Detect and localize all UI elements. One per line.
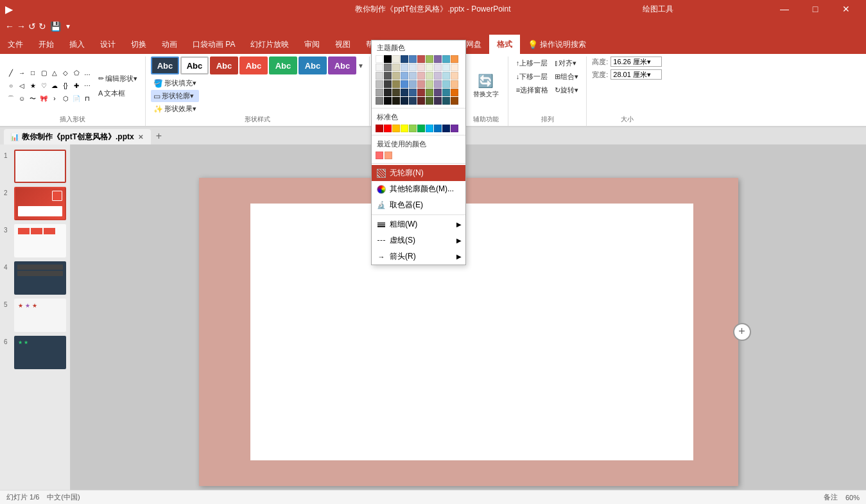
theme-color-swatch[interactable] bbox=[442, 55, 450, 63]
content-box[interactable] bbox=[250, 204, 693, 460]
std-color-5[interactable] bbox=[409, 125, 417, 132]
theme-color-swatch[interactable] bbox=[401, 55, 408, 63]
tab-file[interactable]: 文件 bbox=[0, 35, 31, 54]
theme-color-swatch[interactable] bbox=[451, 72, 458, 80]
shape-style-6[interactable]: Abc bbox=[299, 56, 327, 74]
std-color-2[interactable] bbox=[384, 125, 392, 132]
theme-color-swatch[interactable] bbox=[392, 80, 400, 88]
theme-color-swatch[interactable] bbox=[442, 80, 450, 88]
theme-color-swatch[interactable] bbox=[417, 89, 425, 96]
file-tab-0[interactable]: 📊 教你制作《pptT创意风格》.pptx ✕ bbox=[4, 129, 151, 144]
theme-color-swatch[interactable] bbox=[451, 97, 458, 105]
replace-text-button[interactable]: 🔄 替换文字 bbox=[469, 67, 503, 105]
shape-cross[interactable]: ✚ bbox=[71, 80, 82, 92]
theme-color-swatch[interactable] bbox=[451, 55, 458, 63]
theme-color-swatch[interactable] bbox=[384, 80, 392, 88]
selection-pane-button[interactable]: ≡ 选择窗格 bbox=[514, 83, 551, 96]
maximize-button[interactable]: □ bbox=[801, 0, 830, 18]
slide-thumb-4[interactable]: 4 bbox=[4, 261, 66, 295]
theme-color-swatch[interactable] bbox=[442, 97, 450, 105]
std-color-7[interactable] bbox=[426, 125, 433, 132]
theme-color-swatch[interactable] bbox=[376, 80, 383, 88]
shape-style-5[interactable]: Abc bbox=[269, 56, 297, 74]
shape-cloud[interactable]: ☁ bbox=[49, 80, 60, 92]
shape-star[interactable]: ★ bbox=[27, 80, 39, 92]
theme-color-swatch[interactable] bbox=[417, 97, 425, 105]
shape-fill-button[interactable]: 🪣 形状填充▾ bbox=[151, 77, 199, 89]
theme-color-swatch[interactable] bbox=[401, 89, 408, 96]
theme-color-swatch[interactable] bbox=[376, 89, 383, 96]
theme-color-swatch[interactable] bbox=[434, 55, 442, 63]
shape-triangle[interactable]: △ bbox=[49, 67, 60, 79]
shape-style-7[interactable]: Abc bbox=[328, 56, 356, 74]
std-color-9[interactable] bbox=[442, 125, 450, 132]
width-input[interactable] bbox=[611, 69, 662, 80]
qa-undo-button[interactable]: ↺ bbox=[28, 21, 36, 31]
recent-color-2[interactable] bbox=[385, 152, 392, 159]
theme-color-swatch[interactable] bbox=[401, 64, 408, 71]
dashes-item[interactable]: 虚线(S) ▶ bbox=[372, 232, 465, 248]
shape-styles-scroll-down[interactable]: ▼ bbox=[358, 62, 364, 69]
theme-color-swatch[interactable] bbox=[426, 64, 433, 71]
shape-heart[interactable]: ♡ bbox=[38, 80, 49, 92]
shape-tab[interactable]: ⊓ bbox=[82, 93, 93, 105]
tab-pa[interactable]: 口袋动画 PA bbox=[185, 35, 243, 54]
theme-color-swatch[interactable] bbox=[442, 64, 450, 71]
close-button[interactable]: ✕ bbox=[831, 0, 861, 18]
theme-color-swatch[interactable] bbox=[426, 72, 433, 80]
slide-thumb-3[interactable]: 3 bbox=[4, 224, 66, 257]
theme-color-swatch[interactable] bbox=[392, 55, 400, 63]
theme-color-swatch[interactable] bbox=[401, 72, 408, 80]
std-color-6[interactable] bbox=[417, 125, 425, 132]
slide-thumb-1[interactable]: 1 bbox=[4, 150, 66, 183]
std-color-3[interactable] bbox=[392, 125, 400, 132]
theme-color-swatch[interactable] bbox=[426, 89, 433, 96]
add-element-button[interactable]: + bbox=[733, 323, 751, 341]
shape-bracket[interactable]: {} bbox=[60, 80, 71, 92]
slide-thumb-2[interactable]: 2 bbox=[4, 187, 66, 220]
theme-color-swatch[interactable] bbox=[409, 72, 417, 80]
shape-cube[interactable]: ⬡ bbox=[60, 93, 71, 105]
theme-color-swatch[interactable] bbox=[384, 89, 392, 96]
group-button[interactable]: ⊞ 组合▾ bbox=[552, 70, 581, 83]
eyedropper-item[interactable]: 🔬 取色器(E) bbox=[372, 197, 465, 213]
shape-chevron[interactable]: › bbox=[49, 93, 60, 105]
theme-color-swatch[interactable] bbox=[392, 64, 400, 71]
shape-wave[interactable]: 〜 bbox=[27, 93, 39, 105]
theme-color-swatch[interactable] bbox=[376, 72, 383, 80]
shape-outline-button[interactable]: ▭ 形状轮廓▾ bbox=[151, 90, 199, 102]
theme-color-swatch[interactable] bbox=[442, 89, 450, 96]
theme-color-swatch[interactable] bbox=[426, 55, 433, 63]
move-down-button[interactable]: ↓ 下移一层 bbox=[514, 70, 551, 83]
std-color-4[interactable] bbox=[401, 125, 408, 132]
slide-thumb-6[interactable]: 6 ★ ★ bbox=[4, 336, 66, 369]
tab-home[interactable]: 开始 bbox=[31, 35, 62, 54]
arrows-item[interactable]: → 箭头(R) ▶ bbox=[372, 248, 465, 265]
shape-line[interactable]: ╱ bbox=[5, 67, 17, 79]
theme-color-swatch[interactable] bbox=[384, 64, 392, 71]
qa-more-button[interactable]: ▾ bbox=[66, 22, 70, 31]
shape-rect[interactable]: □ bbox=[27, 67, 39, 79]
tab-format[interactable]: 格式 bbox=[489, 35, 520, 54]
std-color-8[interactable] bbox=[434, 125, 442, 132]
theme-color-swatch[interactable] bbox=[384, 55, 392, 63]
theme-color-swatch[interactable] bbox=[417, 72, 425, 80]
recent-color-1[interactable] bbox=[376, 152, 383, 159]
shape-effect-button[interactable]: ✨ 形状效果▾ bbox=[151, 103, 199, 115]
shape-curved[interactable]: ⌒ bbox=[5, 93, 17, 105]
shape-more2[interactable]: ⋯ bbox=[82, 80, 93, 92]
slide-canvas[interactable]: + bbox=[199, 178, 738, 486]
theme-color-swatch[interactable] bbox=[384, 72, 392, 80]
theme-color-swatch[interactable] bbox=[409, 97, 417, 105]
move-up-button[interactable]: ↑ 上移一层 bbox=[514, 56, 551, 69]
more-colors-item[interactable]: 其他轮廓颜色(M)... bbox=[372, 181, 465, 197]
theme-color-swatch[interactable] bbox=[409, 64, 417, 71]
theme-color-swatch[interactable] bbox=[376, 97, 383, 105]
shape-circle[interactable]: ○ bbox=[5, 80, 17, 92]
tab-insert[interactable]: 插入 bbox=[62, 35, 92, 54]
theme-color-swatch[interactable] bbox=[392, 97, 400, 105]
textbox-button[interactable]: A 文本框 bbox=[96, 87, 140, 100]
tab-transitions[interactable]: 切换 bbox=[123, 35, 154, 54]
theme-color-swatch[interactable] bbox=[384, 97, 392, 105]
height-input[interactable] bbox=[611, 56, 662, 67]
